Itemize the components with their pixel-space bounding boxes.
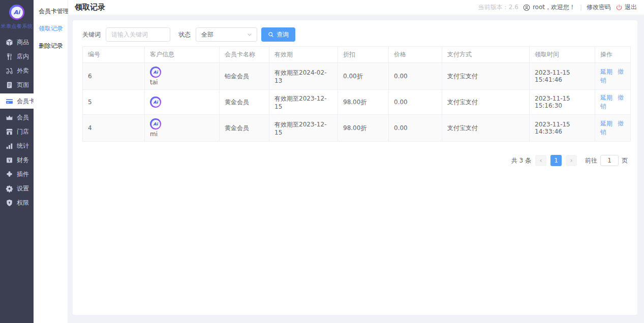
cell-payment: 支付宝支付 (442, 115, 530, 142)
user-menu[interactable]: root，欢迎您！ (523, 3, 575, 12)
cell-price: 0.00 (389, 115, 442, 142)
postpone-link[interactable]: 延期 (600, 94, 612, 101)
sidebar-item-5[interactable]: 会员卡 (0, 93, 34, 109)
search-icon (268, 31, 274, 38)
sidebar-item-3[interactable]: 外卖 (0, 63, 34, 78)
sidebar-item-label: 设置 (17, 184, 29, 193)
sidebar-item-label: 统计 (17, 142, 29, 150)
status-select-value: 全部 (201, 30, 247, 39)
current-page-button[interactable]: 1 (550, 155, 562, 166)
table-header-row: 编号客户信息会员卡名称有效期折扣价格支付方式领取时间操作 (83, 47, 631, 63)
column-header: 会员卡名称 (220, 47, 269, 63)
status-select[interactable]: 全部 (196, 27, 257, 42)
primary-nav: 商品店内外卖页面会员卡会员门店统计财务插件设置权限 (0, 35, 34, 210)
cell-card-name: 铂金会员 (220, 63, 269, 90)
cell-validity: 有效期至2023-12-15 (269, 115, 338, 142)
topbar-right: 当前版本：2.6 root，欢迎您！ | 修改密码 退出 (478, 3, 637, 12)
cell-card-name: 黄金会员 (220, 90, 269, 115)
cell-actions: 延期撤销 (595, 63, 631, 90)
subnav-item-2[interactable]: 删除记录 (39, 42, 68, 50)
secondary-sidebar: 会员卡管理 领取记录删除记录 (34, 0, 68, 323)
cell-actions: 延期撤销 (595, 115, 631, 142)
membercard-icon (6, 98, 13, 105)
column-header: 价格 (389, 47, 442, 63)
goto-label: 前往 (585, 156, 597, 165)
sidebar-item-9[interactable]: 财务 (0, 153, 34, 167)
keyword-label: 关键词 (82, 30, 101, 39)
cell-discount: 0.00折 (338, 63, 389, 90)
main-area: 领取记录 当前版本：2.6 root，欢迎您！ | 修改密码 退出 (68, 0, 644, 323)
store-icon (6, 128, 13, 136)
cell-time: 2023-11-15 15:41:46 (530, 63, 595, 90)
customer-name: tai (150, 79, 214, 86)
sidebar-item-7[interactable]: 门店 (0, 124, 34, 139)
cell-id: 6 (83, 63, 145, 90)
keyword-input[interactable] (106, 27, 170, 42)
cell-price: 0.00 (389, 90, 442, 115)
cell-customer: Aitai (145, 63, 220, 90)
sidebar-item-10[interactable]: 插件 (0, 167, 34, 181)
cell-price: 0.00 (389, 63, 442, 90)
sidebar-item-label: 商品 (17, 38, 29, 47)
subnav-item-1[interactable]: 领取记录 (39, 24, 68, 33)
permission-icon (6, 199, 13, 207)
sidebar-item-2[interactable]: 店内 (0, 49, 34, 63)
goods-icon (6, 39, 13, 46)
search-button[interactable]: 查询 (261, 27, 295, 42)
column-header: 领取时间 (530, 47, 595, 63)
user-icon (523, 4, 530, 11)
goto-page-input[interactable] (600, 155, 619, 166)
column-header: 折扣 (338, 47, 389, 63)
version-label: 当前版本：2.6 (478, 3, 518, 12)
change-password-link[interactable]: 修改密码 (587, 3, 611, 12)
column-header: 客户信息 (145, 47, 220, 63)
sidebar-item-label: 外卖 (17, 67, 29, 75)
column-header: 支付方式 (442, 47, 530, 63)
app-root: Ai 米泰点餐系统 商品店内外卖页面会员卡会员门店统计财务插件设置权限 会员卡管… (0, 0, 644, 323)
logout-label: 退出 (625, 3, 637, 12)
search-button-label: 查询 (277, 30, 289, 39)
brand-logo-icon: Ai (9, 5, 24, 20)
cell-card-name: 黄金会员 (220, 115, 269, 142)
cell-discount: 98.00折 (338, 90, 389, 115)
power-icon (616, 4, 623, 11)
cell-time: 2023-11-15 14:33:46 (530, 115, 595, 142)
sidebar-item-label: 页面 (17, 81, 29, 89)
content-card: 关键词 状态 全部 查询 (73, 20, 637, 315)
next-page-button[interactable]: › (566, 155, 577, 166)
cell-id: 4 (83, 115, 145, 142)
cell-validity: 有效期至2023-12-15 (269, 90, 338, 115)
sidebar-item-label: 插件 (17, 170, 29, 179)
customer-name: mi (150, 131, 214, 138)
cell-payment: 支付宝支付 (442, 63, 530, 90)
customer-avatar: Ai (150, 67, 161, 78)
delivery-icon (6, 67, 13, 75)
sidebar-item-1[interactable]: 商品 (0, 35, 34, 49)
page-title: 领取记录 (75, 3, 105, 12)
postpone-link[interactable]: 延期 (600, 120, 612, 127)
status-label: 状态 (178, 30, 191, 39)
table-row: 6Aitai铂金会员有效期至2024-02-130.00折0.00支付宝支付20… (83, 63, 631, 90)
pagination-total: 共 3 条 (511, 156, 531, 165)
customer-avatar: Ai (150, 96, 161, 108)
topbar-divider: | (580, 4, 582, 11)
pagination: 共 3 条 ‹ 1 › 前往 页 (82, 155, 628, 166)
logout-link[interactable]: 退出 (616, 3, 637, 12)
sidebar-item-6[interactable]: 会员 (0, 110, 34, 124)
sidebar-item-8[interactable]: 统计 (0, 139, 34, 153)
cell-customer: Aimi (145, 115, 220, 142)
table-row: 5Ai黄金会员有效期至2023-12-1598.00折0.00支付宝支付2023… (83, 90, 631, 115)
cell-validity: 有效期至2024-02-13 (269, 63, 338, 90)
dinein-icon (6, 53, 13, 60)
cell-payment: 支付宝支付 (442, 90, 530, 115)
brand: Ai 米泰点餐系统 (0, 0, 34, 35)
column-header: 有效期 (269, 47, 338, 63)
prev-page-button[interactable]: ‹ (535, 155, 546, 166)
sidebar-item-12[interactable]: 权限 (0, 196, 34, 210)
sidebar-item-4[interactable]: 页面 (0, 78, 34, 92)
pages-icon (6, 81, 13, 89)
cell-id: 5 (83, 90, 145, 115)
sidebar-item-11[interactable]: 设置 (0, 181, 34, 196)
cell-time: 2023-11-15 15:16:30 (530, 90, 595, 115)
postpone-link[interactable]: 延期 (600, 68, 612, 75)
